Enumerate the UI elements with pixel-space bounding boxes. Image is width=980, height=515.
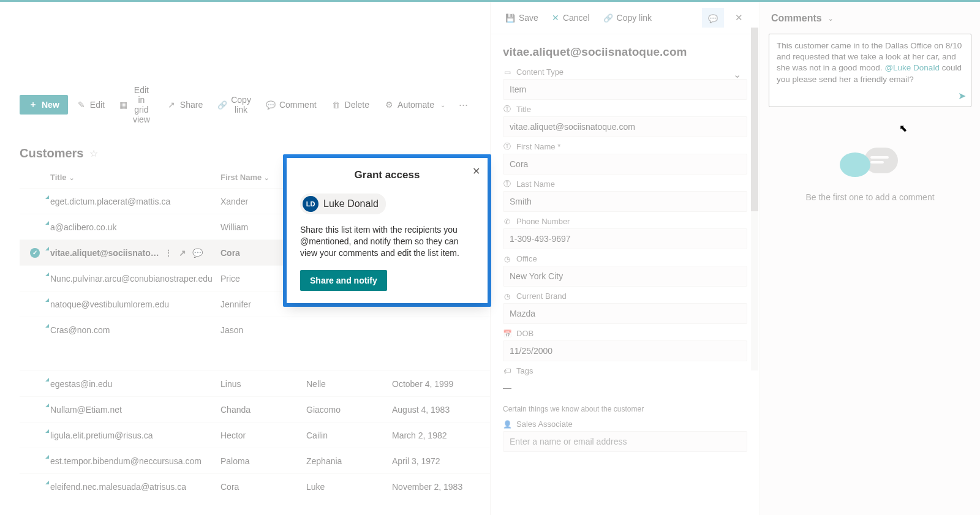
- grant-access-dialog: Grant access LD Luke Donald Share this l…: [287, 158, 488, 303]
- persona-name: Luke Donald: [323, 198, 379, 209]
- dialog-highlight: Grant access LD Luke Donald Share this l…: [283, 154, 491, 307]
- share-and-notify-button[interactable]: Share and notify: [300, 270, 387, 291]
- dialog-title: Grant access: [300, 169, 474, 181]
- dialog-body: Share this list item with the recipients…: [300, 224, 474, 259]
- persona-chip[interactable]: LD Luke Donald: [300, 194, 386, 214]
- avatar: LD: [303, 196, 318, 212]
- dialog-close-button[interactable]: [472, 165, 480, 177]
